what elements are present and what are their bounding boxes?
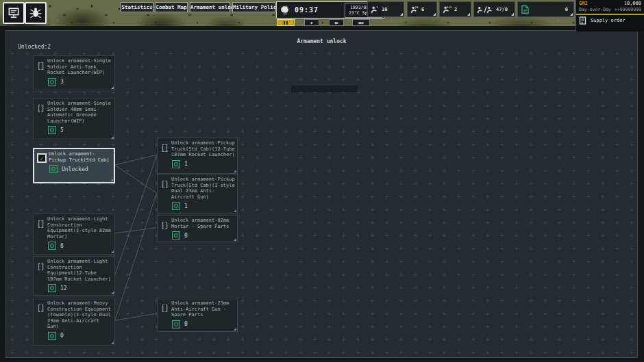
tech-node[interactable]: Unlock armament-Light Construction Equip… — [33, 256, 115, 296]
node-label: Unlock armament-Single Soldier Anti-Tank… — [47, 58, 112, 76]
tech-node[interactable]: Unlock armament-Heavy Construction Equip… — [33, 298, 115, 346]
node-body: Unlock armament-Single Soldier Anti-Tank… — [47, 58, 112, 88]
node-count: 0 — [184, 233, 188, 239]
resource-pending-orders[interactable]: 0 — [517, 1, 574, 17]
node-body: Unlock armament-Pickup Truck(Std Cab)(I-… — [171, 177, 235, 211]
unlock-checkbox[interactable] — [160, 142, 169, 154]
unlock-checkbox[interactable] — [160, 302, 169, 314]
tech-node[interactable]: Unlock armament-Pickup Truck(Std Cab)(12… — [157, 138, 238, 174]
tab-armament-unlock[interactable]: Armament unlock — [190, 2, 230, 12]
resource-soldier-tier2[interactable]: 6 — [407, 1, 437, 17]
play-button[interactable]: ▶ — [304, 19, 319, 26]
tech-node[interactable]: Unlock armament-23mm Anti-Aircraft Gun -… — [157, 298, 238, 332]
resize-corner-icon — [234, 238, 236, 241]
node-label: Unlock armament-Single Soldier 40mm Semi… — [47, 101, 112, 124]
resize-corner-icon — [234, 209, 236, 212]
panel-title: Armament unlock — [6, 38, 637, 44]
tab-combat-map[interactable]: Combat Map — [155, 2, 188, 12]
top-hud: Statistics Combat Map Armament unlock Mi… — [0, 0, 644, 26]
pause-button[interactable] — [277, 19, 295, 26]
blueprint-icon — [48, 284, 56, 292]
node-footer: 3 — [48, 78, 112, 86]
node-footer: 0 — [48, 332, 112, 340]
resize-corner-icon — [111, 341, 114, 344]
tech-node[interactable]: Unlock armament-Light Construction Equip… — [33, 214, 115, 255]
fast-forward-button[interactable]: ▶▶ — [329, 19, 344, 26]
finance-panel: GMI 10,000 Day-over-Day ++99999999 Suppl… — [575, 0, 644, 31]
node-body: Unlock armament-23mm Anti-Aircraft Gun -… — [171, 300, 235, 329]
unlock-checkbox[interactable] — [36, 60, 45, 72]
dod-value: ++99999999 — [615, 7, 641, 12]
resource-value: 0 — [565, 7, 568, 12]
unlock-checkbox[interactable] — [36, 302, 45, 314]
node-footer: Unlocked — [49, 165, 112, 173]
resize-corner-icon — [110, 179, 113, 181]
resource-value: 2 — [454, 7, 457, 12]
currency-value: 10,000 — [624, 1, 641, 6]
tab-military-policy[interactable]: Military Policy — [232, 2, 275, 12]
node-body: Unlock armament-Single Soldier 40mm Semi… — [47, 101, 112, 138]
blueprint-icon — [172, 202, 180, 210]
blueprint-icon — [48, 242, 56, 250]
monitor-icon — [7, 6, 21, 20]
fastest-forward-button[interactable]: ▶▶▶ — [352, 19, 370, 26]
resource-soldier-tier1[interactable]: 10 — [367, 1, 404, 17]
node-count: 1 — [184, 203, 188, 209]
soldier-tier-3-icon — [443, 5, 451, 14]
unlock-checkbox[interactable] — [160, 220, 169, 231]
unlock-checkbox[interactable] — [36, 103, 45, 114]
bug-icon — [29, 6, 42, 20]
node-count: 0 — [184, 321, 188, 327]
tech-node[interactable]: Unlock armament-82mm Mortar - Spare Part… — [157, 215, 238, 242]
unlock-checkbox[interactable] — [36, 218, 45, 230]
resize-corner-icon — [234, 170, 236, 172]
node-label: Unlock armament-Light Construction Equip… — [47, 259, 112, 282]
unlock-checkbox[interactable] — [160, 179, 169, 190]
resource-manpower-ratio[interactable]: 47/0 — [473, 1, 515, 17]
node-footer: 1 — [172, 160, 235, 168]
node-label: Unlock armament-82mm Mortar - Spare Part… — [171, 218, 235, 229]
resource-value: 10 — [382, 7, 387, 12]
resize-corner-icon — [111, 292, 114, 294]
node-footer: 0 — [172, 320, 235, 328]
soldier-tier-2-icon — [410, 5, 419, 14]
resize-corner-icon — [234, 328, 236, 331]
game-window: Statistics Combat Map Armament unlock Mi… — [0, 0, 644, 362]
node-body: Unlock armament-Pickup Truck(Std Cab) Un… — [49, 151, 112, 180]
node-label: Unlock armament-Pickup Truck(Std Cab) — [49, 151, 112, 163]
node-body: Unlock armament-82mm Mortar - Spare Part… — [171, 218, 235, 240]
resource-value: 47/0 — [496, 7, 508, 12]
blueprint-icon — [172, 231, 180, 240]
soldier-tier-1-icon — [371, 5, 379, 14]
unlock-checkbox[interactable] — [36, 261, 45, 272]
node-body: Unlock armament-Heavy Construction Equip… — [47, 300, 112, 343]
pending-orders-icon — [521, 5, 530, 14]
node-footer: 6 — [48, 242, 112, 250]
tech-node[interactable]: Unlock armament-Pickup Truck(Std Cab)(I-… — [157, 174, 238, 214]
supply-order-label: Supply order — [591, 18, 626, 23]
pest-report-button[interactable] — [25, 2, 47, 24]
resource-soldier-tier3[interactable]: 2 — [439, 1, 471, 17]
node-footer: 1 — [172, 202, 235, 210]
unlock-checkbox[interactable] — [37, 153, 47, 163]
blueprint-icon — [48, 332, 56, 340]
tech-node[interactable]: Unlock armament-Single Soldier Anti-Tank… — [33, 55, 115, 90]
node-label: Unlock armament-Pickup Truck(Std Cab)(12… — [171, 140, 235, 158]
tech-node[interactable]: Unlock armament-Single Soldier 40mm Semi… — [33, 98, 115, 140]
node-count: Unlocked — [62, 166, 88, 172]
node-count: 3 — [60, 79, 64, 85]
node-footer: 12 — [48, 284, 112, 292]
resize-corner-icon — [111, 136, 114, 139]
gold-divider — [576, 14, 644, 15]
blueprint-icon — [48, 78, 56, 86]
tech-node[interactable]: Unlock armament-Pickup Truck(Std Cab) Un… — [33, 148, 115, 183]
blueprint-icon — [172, 160, 180, 168]
supply-order-icon — [579, 16, 586, 25]
resize-corner-icon — [111, 86, 114, 89]
system-monitor-button[interactable] — [3, 2, 25, 24]
supply-order-button[interactable]: Supply order — [576, 16, 644, 25]
tab-statistics[interactable]: Statistics — [121, 2, 153, 12]
resource-value: 6 — [421, 7, 424, 12]
resize-corner-icon — [111, 250, 114, 253]
node-label: Unlock armament-Pickup Truck(Std Cab)(I-… — [171, 177, 235, 200]
